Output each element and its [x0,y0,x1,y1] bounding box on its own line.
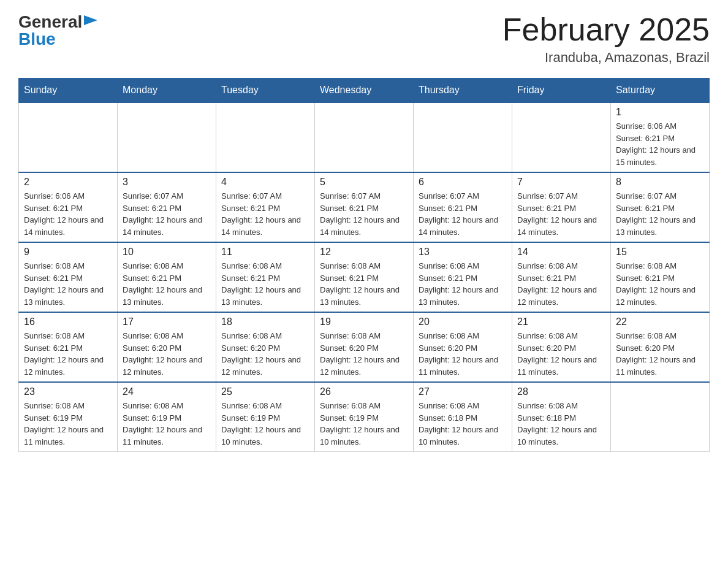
day-info: Sunrise: 6:08 AM Sunset: 6:21 PM Dayligh… [320,260,408,308]
day-info: Sunrise: 6:08 AM Sunset: 6:20 PM Dayligh… [616,330,704,378]
day-number: 6 [419,177,507,188]
day-info: Sunrise: 6:08 AM Sunset: 6:19 PM Dayligh… [320,400,408,448]
calendar-cell: 24Sunrise: 6:08 AM Sunset: 6:19 PM Dayli… [118,382,216,452]
day-number: 13 [419,247,507,258]
calendar-cell: 4Sunrise: 6:07 AM Sunset: 6:21 PM Daylig… [216,172,315,242]
day-number: 7 [517,177,605,188]
page-subtitle: Iranduba, Amazonas, Brazil [502,50,710,66]
logo-blue-text: Blue [18,29,56,49]
day-info: Sunrise: 6:08 AM Sunset: 6:20 PM Dayligh… [123,330,211,378]
day-info: Sunrise: 6:08 AM Sunset: 6:18 PM Dayligh… [517,400,605,448]
calendar-week-row: 16Sunrise: 6:08 AM Sunset: 6:21 PM Dayli… [19,312,710,382]
calendar-cell: 1Sunrise: 6:06 AM Sunset: 6:21 PM Daylig… [611,102,710,172]
day-info: Sunrise: 6:08 AM Sunset: 6:21 PM Dayligh… [24,260,112,308]
day-info: Sunrise: 6:08 AM Sunset: 6:19 PM Dayligh… [123,400,211,448]
weekday-header-sunday: Sunday [19,79,118,103]
logo-flag-icon [84,15,97,30]
calendar-cell: 12Sunrise: 6:08 AM Sunset: 6:21 PM Dayli… [315,242,414,312]
calendar-cell: 21Sunrise: 6:08 AM Sunset: 6:20 PM Dayli… [512,312,611,382]
day-info: Sunrise: 6:08 AM Sunset: 6:19 PM Dayligh… [221,400,309,448]
day-number: 20 [419,316,507,327]
calendar-header-row: SundayMondayTuesdayWednesdayThursdayFrid… [19,79,710,103]
day-number: 28 [517,386,605,397]
calendar-week-row: 1Sunrise: 6:06 AM Sunset: 6:21 PM Daylig… [19,102,710,172]
day-number: 10 [123,247,211,258]
day-info: Sunrise: 6:08 AM Sunset: 6:21 PM Dayligh… [221,260,309,308]
calendar-cell: 27Sunrise: 6:08 AM Sunset: 6:18 PM Dayli… [414,382,512,452]
day-info: Sunrise: 6:07 AM Sunset: 6:21 PM Dayligh… [419,190,507,238]
calendar-cell: 8Sunrise: 6:07 AM Sunset: 6:21 PM Daylig… [611,172,710,242]
day-number: 26 [320,386,408,397]
day-info: Sunrise: 6:08 AM Sunset: 6:20 PM Dayligh… [320,330,408,378]
day-number: 3 [123,177,211,188]
calendar-cell: 23Sunrise: 6:08 AM Sunset: 6:19 PM Dayli… [19,382,118,452]
calendar-cell [118,102,216,172]
day-info: Sunrise: 6:07 AM Sunset: 6:21 PM Dayligh… [123,190,211,238]
calendar-week-row: 9Sunrise: 6:08 AM Sunset: 6:21 PM Daylig… [19,242,710,312]
calendar-cell: 28Sunrise: 6:08 AM Sunset: 6:18 PM Dayli… [512,382,611,452]
weekday-header-monday: Monday [118,79,216,103]
calendar-cell: 5Sunrise: 6:07 AM Sunset: 6:21 PM Daylig… [315,172,414,242]
calendar-cell: 10Sunrise: 6:08 AM Sunset: 6:21 PM Dayli… [118,242,216,312]
day-number: 22 [616,316,704,327]
day-info: Sunrise: 6:08 AM Sunset: 6:21 PM Dayligh… [517,260,605,308]
day-info: Sunrise: 6:06 AM Sunset: 6:21 PM Dayligh… [616,120,704,168]
day-number: 19 [320,316,408,327]
calendar-cell [611,382,710,452]
title-block: February 2025 Iranduba, Amazonas, Brazil [502,12,710,66]
day-number: 8 [616,177,704,188]
page-title: February 2025 [502,12,710,47]
calendar-cell: 7Sunrise: 6:07 AM Sunset: 6:21 PM Daylig… [512,172,611,242]
day-number: 15 [616,247,704,258]
day-info: Sunrise: 6:07 AM Sunset: 6:21 PM Dayligh… [517,190,605,238]
calendar-cell: 9Sunrise: 6:08 AM Sunset: 6:21 PM Daylig… [19,242,118,312]
day-number: 24 [123,386,211,397]
day-number: 4 [221,177,309,188]
day-info: Sunrise: 6:08 AM Sunset: 6:20 PM Dayligh… [419,330,507,378]
day-info: Sunrise: 6:08 AM Sunset: 6:20 PM Dayligh… [221,330,309,378]
logo: General Blue [18,12,97,49]
day-info: Sunrise: 6:08 AM Sunset: 6:21 PM Dayligh… [24,330,112,378]
day-info: Sunrise: 6:07 AM Sunset: 6:21 PM Dayligh… [221,190,309,238]
calendar-cell: 22Sunrise: 6:08 AM Sunset: 6:20 PM Dayli… [611,312,710,382]
day-number: 5 [320,177,408,188]
day-number: 2 [24,177,112,188]
calendar-cell: 6Sunrise: 6:07 AM Sunset: 6:21 PM Daylig… [414,172,512,242]
calendar-table: SundayMondayTuesdayWednesdayThursdayFrid… [18,78,710,452]
day-number: 27 [419,386,507,397]
calendar-cell: 17Sunrise: 6:08 AM Sunset: 6:20 PM Dayli… [118,312,216,382]
day-info: Sunrise: 6:07 AM Sunset: 6:21 PM Dayligh… [320,190,408,238]
page-header: General Blue February 2025 Iranduba, Ama… [18,12,710,66]
weekday-header-saturday: Saturday [611,79,710,103]
day-info: Sunrise: 6:08 AM Sunset: 6:21 PM Dayligh… [419,260,507,308]
day-info: Sunrise: 6:08 AM Sunset: 6:20 PM Dayligh… [517,330,605,378]
calendar-cell [19,102,118,172]
day-number: 17 [123,316,211,327]
calendar-week-row: 2Sunrise: 6:06 AM Sunset: 6:21 PM Daylig… [19,172,710,242]
svg-marker-0 [84,15,97,25]
day-info: Sunrise: 6:08 AM Sunset: 6:18 PM Dayligh… [419,400,507,448]
day-number: 14 [517,247,605,258]
day-number: 25 [221,386,309,397]
day-info: Sunrise: 6:07 AM Sunset: 6:21 PM Dayligh… [616,190,704,238]
calendar-week-row: 23Sunrise: 6:08 AM Sunset: 6:19 PM Dayli… [19,382,710,452]
weekday-header-tuesday: Tuesday [216,79,315,103]
calendar-cell: 3Sunrise: 6:07 AM Sunset: 6:21 PM Daylig… [118,172,216,242]
day-number: 1 [616,107,704,118]
day-info: Sunrise: 6:08 AM Sunset: 6:21 PM Dayligh… [123,260,211,308]
calendar-cell: 11Sunrise: 6:08 AM Sunset: 6:21 PM Dayli… [216,242,315,312]
calendar-cell: 15Sunrise: 6:08 AM Sunset: 6:21 PM Dayli… [611,242,710,312]
day-number: 12 [320,247,408,258]
calendar-cell: 2Sunrise: 6:06 AM Sunset: 6:21 PM Daylig… [19,172,118,242]
calendar-cell: 13Sunrise: 6:08 AM Sunset: 6:21 PM Dayli… [414,242,512,312]
calendar-cell: 18Sunrise: 6:08 AM Sunset: 6:20 PM Dayli… [216,312,315,382]
day-number: 18 [221,316,309,327]
day-number: 11 [221,247,309,258]
day-number: 21 [517,316,605,327]
calendar-cell: 14Sunrise: 6:08 AM Sunset: 6:21 PM Dayli… [512,242,611,312]
calendar-cell: 16Sunrise: 6:08 AM Sunset: 6:21 PM Dayli… [19,312,118,382]
weekday-header-friday: Friday [512,79,611,103]
day-number: 16 [24,316,112,327]
day-info: Sunrise: 6:08 AM Sunset: 6:19 PM Dayligh… [24,400,112,448]
calendar-cell: 25Sunrise: 6:08 AM Sunset: 6:19 PM Dayli… [216,382,315,452]
